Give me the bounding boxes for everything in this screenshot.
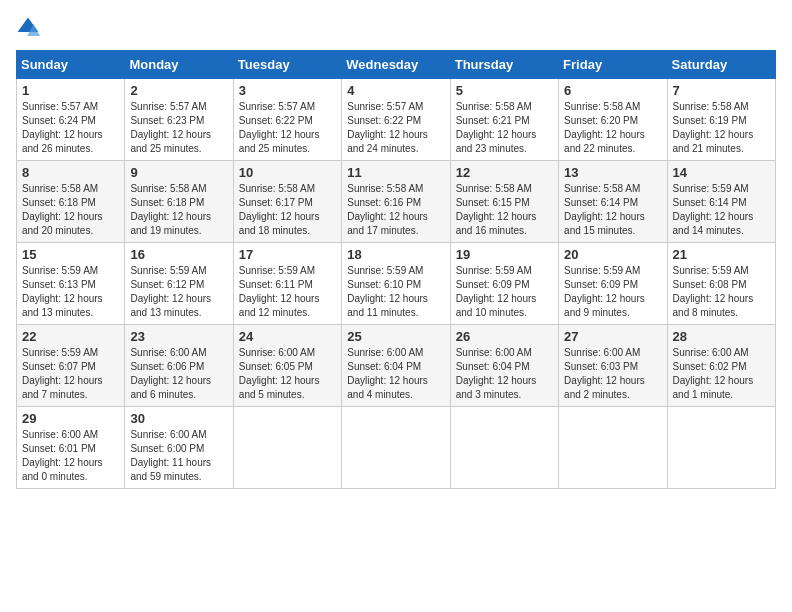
day-number: 8 (22, 165, 119, 180)
calendar-cell: 17 Sunrise: 5:59 AM Sunset: 6:11 PM Dayl… (233, 243, 341, 325)
week-row-2: 8 Sunrise: 5:58 AM Sunset: 6:18 PM Dayli… (17, 161, 776, 243)
day-info: Sunrise: 5:57 AM Sunset: 6:22 PM Dayligh… (239, 100, 336, 156)
day-number: 20 (564, 247, 661, 262)
calendar-cell (342, 407, 450, 489)
day-info: Sunrise: 5:59 AM Sunset: 6:07 PM Dayligh… (22, 346, 119, 402)
calendar-cell: 11 Sunrise: 5:58 AM Sunset: 6:16 PM Dayl… (342, 161, 450, 243)
calendar-cell: 7 Sunrise: 5:58 AM Sunset: 6:19 PM Dayli… (667, 79, 775, 161)
calendar-cell: 22 Sunrise: 5:59 AM Sunset: 6:07 PM Dayl… (17, 325, 125, 407)
calendar-body: 1 Sunrise: 5:57 AM Sunset: 6:24 PM Dayli… (17, 79, 776, 489)
day-info: Sunrise: 6:00 AM Sunset: 6:03 PM Dayligh… (564, 346, 661, 402)
day-info: Sunrise: 5:58 AM Sunset: 6:18 PM Dayligh… (130, 182, 227, 238)
calendar-cell: 16 Sunrise: 5:59 AM Sunset: 6:12 PM Dayl… (125, 243, 233, 325)
day-number: 7 (673, 83, 770, 98)
calendar-cell (667, 407, 775, 489)
day-info: Sunrise: 5:59 AM Sunset: 6:13 PM Dayligh… (22, 264, 119, 320)
day-number: 11 (347, 165, 444, 180)
day-number: 10 (239, 165, 336, 180)
day-number: 12 (456, 165, 553, 180)
calendar-cell (450, 407, 558, 489)
day-info: Sunrise: 5:59 AM Sunset: 6:14 PM Dayligh… (673, 182, 770, 238)
day-info: Sunrise: 5:58 AM Sunset: 6:14 PM Dayligh… (564, 182, 661, 238)
calendar-cell: 29 Sunrise: 6:00 AM Sunset: 6:01 PM Dayl… (17, 407, 125, 489)
day-number: 26 (456, 329, 553, 344)
calendar-cell: 24 Sunrise: 6:00 AM Sunset: 6:05 PM Dayl… (233, 325, 341, 407)
day-number: 28 (673, 329, 770, 344)
day-number: 27 (564, 329, 661, 344)
calendar-table: SundayMondayTuesdayWednesdayThursdayFrid… (16, 50, 776, 489)
day-number: 18 (347, 247, 444, 262)
day-info: Sunrise: 5:58 AM Sunset: 6:21 PM Dayligh… (456, 100, 553, 156)
column-header-thursday: Thursday (450, 51, 558, 79)
day-info: Sunrise: 5:59 AM Sunset: 6:09 PM Dayligh… (564, 264, 661, 320)
column-header-friday: Friday (559, 51, 667, 79)
day-number: 16 (130, 247, 227, 262)
calendar-cell: 25 Sunrise: 6:00 AM Sunset: 6:04 PM Dayl… (342, 325, 450, 407)
calendar-cell: 12 Sunrise: 5:58 AM Sunset: 6:15 PM Dayl… (450, 161, 558, 243)
day-info: Sunrise: 5:58 AM Sunset: 6:17 PM Dayligh… (239, 182, 336, 238)
day-number: 21 (673, 247, 770, 262)
day-number: 9 (130, 165, 227, 180)
day-number: 30 (130, 411, 227, 426)
day-number: 6 (564, 83, 661, 98)
column-header-sunday: Sunday (17, 51, 125, 79)
day-number: 2 (130, 83, 227, 98)
calendar-cell: 4 Sunrise: 5:57 AM Sunset: 6:22 PM Dayli… (342, 79, 450, 161)
column-header-monday: Monday (125, 51, 233, 79)
day-info: Sunrise: 5:57 AM Sunset: 6:24 PM Dayligh… (22, 100, 119, 156)
day-number: 19 (456, 247, 553, 262)
day-info: Sunrise: 5:59 AM Sunset: 6:08 PM Dayligh… (673, 264, 770, 320)
day-info: Sunrise: 5:58 AM Sunset: 6:15 PM Dayligh… (456, 182, 553, 238)
day-info: Sunrise: 5:59 AM Sunset: 6:09 PM Dayligh… (456, 264, 553, 320)
calendar-cell: 1 Sunrise: 5:57 AM Sunset: 6:24 PM Dayli… (17, 79, 125, 161)
calendar-cell: 21 Sunrise: 5:59 AM Sunset: 6:08 PM Dayl… (667, 243, 775, 325)
calendar-cell: 27 Sunrise: 6:00 AM Sunset: 6:03 PM Dayl… (559, 325, 667, 407)
column-header-wednesday: Wednesday (342, 51, 450, 79)
week-row-5: 29 Sunrise: 6:00 AM Sunset: 6:01 PM Dayl… (17, 407, 776, 489)
calendar-cell: 8 Sunrise: 5:58 AM Sunset: 6:18 PM Dayli… (17, 161, 125, 243)
calendar-cell: 10 Sunrise: 5:58 AM Sunset: 6:17 PM Dayl… (233, 161, 341, 243)
day-info: Sunrise: 6:00 AM Sunset: 6:01 PM Dayligh… (22, 428, 119, 484)
calendar-cell: 3 Sunrise: 5:57 AM Sunset: 6:22 PM Dayli… (233, 79, 341, 161)
calendar-cell: 26 Sunrise: 6:00 AM Sunset: 6:04 PM Dayl… (450, 325, 558, 407)
calendar-cell: 6 Sunrise: 5:58 AM Sunset: 6:20 PM Dayli… (559, 79, 667, 161)
day-number: 13 (564, 165, 661, 180)
day-info: Sunrise: 5:59 AM Sunset: 6:10 PM Dayligh… (347, 264, 444, 320)
day-number: 14 (673, 165, 770, 180)
calendar-cell: 2 Sunrise: 5:57 AM Sunset: 6:23 PM Dayli… (125, 79, 233, 161)
column-header-saturday: Saturday (667, 51, 775, 79)
day-number: 1 (22, 83, 119, 98)
day-info: Sunrise: 6:00 AM Sunset: 6:04 PM Dayligh… (347, 346, 444, 402)
column-headers-row: SundayMondayTuesdayWednesdayThursdayFrid… (17, 51, 776, 79)
calendar-cell: 30 Sunrise: 6:00 AM Sunset: 6:00 PM Dayl… (125, 407, 233, 489)
day-number: 22 (22, 329, 119, 344)
day-number: 29 (22, 411, 119, 426)
calendar-cell: 19 Sunrise: 5:59 AM Sunset: 6:09 PM Dayl… (450, 243, 558, 325)
day-info: Sunrise: 6:00 AM Sunset: 6:04 PM Dayligh… (456, 346, 553, 402)
day-info: Sunrise: 5:58 AM Sunset: 6:16 PM Dayligh… (347, 182, 444, 238)
header (16, 16, 776, 40)
day-info: Sunrise: 6:00 AM Sunset: 6:02 PM Dayligh… (673, 346, 770, 402)
calendar-cell: 5 Sunrise: 5:58 AM Sunset: 6:21 PM Dayli… (450, 79, 558, 161)
day-info: Sunrise: 5:58 AM Sunset: 6:18 PM Dayligh… (22, 182, 119, 238)
calendar-cell: 23 Sunrise: 6:00 AM Sunset: 6:06 PM Dayl… (125, 325, 233, 407)
calendar-cell: 28 Sunrise: 6:00 AM Sunset: 6:02 PM Dayl… (667, 325, 775, 407)
day-number: 23 (130, 329, 227, 344)
day-number: 17 (239, 247, 336, 262)
logo-icon (16, 16, 40, 40)
calendar-cell: 20 Sunrise: 5:59 AM Sunset: 6:09 PM Dayl… (559, 243, 667, 325)
calendar-cell: 14 Sunrise: 5:59 AM Sunset: 6:14 PM Dayl… (667, 161, 775, 243)
day-number: 3 (239, 83, 336, 98)
day-info: Sunrise: 5:58 AM Sunset: 6:19 PM Dayligh… (673, 100, 770, 156)
week-row-4: 22 Sunrise: 5:59 AM Sunset: 6:07 PM Dayl… (17, 325, 776, 407)
week-row-1: 1 Sunrise: 5:57 AM Sunset: 6:24 PM Dayli… (17, 79, 776, 161)
calendar-cell: 9 Sunrise: 5:58 AM Sunset: 6:18 PM Dayli… (125, 161, 233, 243)
day-number: 15 (22, 247, 119, 262)
day-number: 5 (456, 83, 553, 98)
day-info: Sunrise: 5:59 AM Sunset: 6:11 PM Dayligh… (239, 264, 336, 320)
day-number: 24 (239, 329, 336, 344)
day-info: Sunrise: 5:57 AM Sunset: 6:23 PM Dayligh… (130, 100, 227, 156)
column-header-tuesday: Tuesday (233, 51, 341, 79)
day-number: 25 (347, 329, 444, 344)
calendar-cell: 15 Sunrise: 5:59 AM Sunset: 6:13 PM Dayl… (17, 243, 125, 325)
